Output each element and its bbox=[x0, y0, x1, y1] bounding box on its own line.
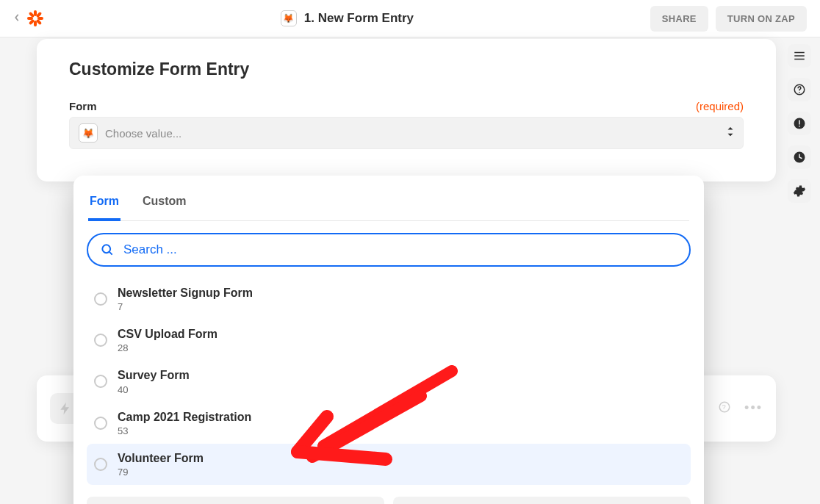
radio-icon bbox=[94, 375, 107, 388]
back-chevron-icon[interactable] bbox=[13, 12, 21, 25]
zapier-logo-icon[interactable] bbox=[26, 10, 44, 27]
svg-rect-2 bbox=[27, 17, 33, 20]
load-more-button[interactable]: LOAD MORE bbox=[87, 497, 384, 504]
radio-icon bbox=[94, 417, 107, 430]
popover-footer: LOAD MORE CLEAR bbox=[81, 492, 697, 504]
svg-text:?: ? bbox=[722, 403, 727, 411]
svg-rect-14 bbox=[799, 120, 800, 125]
option-label: CSV Upload Form bbox=[118, 327, 217, 341]
search-box[interactable] bbox=[87, 233, 691, 267]
option-label: Newsletter Signup Form bbox=[118, 286, 253, 300]
option-id: 79 bbox=[118, 467, 204, 478]
options-list: Newsletter Signup Form 7 CSV Upload Form… bbox=[81, 273, 697, 492]
option-newsletter-signup-form[interactable]: Newsletter Signup Form 7 bbox=[87, 278, 691, 320]
card-title: Customize Form Entry bbox=[69, 60, 744, 79]
tab-custom[interactable]: Custom bbox=[141, 189, 188, 221]
clear-button[interactable]: CLEAR bbox=[393, 497, 691, 504]
form-select[interactable]: 🦊 Choose value... bbox=[69, 117, 744, 149]
app-icon-small: 🦊 bbox=[79, 123, 98, 143]
option-camp-2021-registration[interactable]: Camp 2021 Registration 53 bbox=[87, 403, 691, 444]
history-icon[interactable] bbox=[788, 145, 811, 169]
svg-line-20 bbox=[109, 252, 112, 255]
step-title[interactable]: 1. New Form Entry bbox=[304, 11, 414, 26]
customize-card: Customize Form Entry Form (required) 🦊 C… bbox=[37, 39, 776, 181]
option-label: Camp 2021 Registration bbox=[118, 410, 251, 424]
right-rail bbox=[788, 44, 811, 203]
option-id: 40 bbox=[118, 384, 190, 395]
select-placeholder: Choose value... bbox=[105, 127, 181, 140]
field-label-form: Form bbox=[69, 100, 97, 112]
search-icon bbox=[100, 242, 115, 257]
svg-rect-0 bbox=[34, 10, 37, 16]
settings-gear-icon[interactable] bbox=[788, 179, 811, 203]
svg-point-12 bbox=[799, 92, 800, 93]
popover-tabs: Form Custom bbox=[81, 186, 697, 221]
form-dropdown-popover: Form Custom Newsletter Signup Form 7 CS bbox=[73, 176, 704, 504]
required-tag: (required) bbox=[696, 100, 744, 112]
top-header-center: 🦊 1. New Form Entry bbox=[281, 10, 414, 26]
top-header-left bbox=[13, 10, 44, 27]
option-label: Volunteer Form bbox=[118, 451, 204, 465]
share-button[interactable]: SHARE bbox=[650, 6, 708, 32]
alert-icon[interactable] bbox=[788, 112, 811, 135]
step-more-icon[interactable]: ••• bbox=[744, 400, 763, 417]
option-label: Survey Form bbox=[118, 368, 190, 382]
svg-rect-1 bbox=[34, 21, 37, 26]
tab-form[interactable]: Form bbox=[88, 189, 121, 221]
turn-on-zap-button[interactable]: TURN ON ZAP bbox=[716, 6, 807, 32]
top-header: 🦊 1. New Form Entry SHARE TURN ON ZAP bbox=[0, 0, 820, 37]
svg-rect-3 bbox=[37, 17, 43, 20]
option-survey-form[interactable]: Survey Form 40 bbox=[87, 361, 691, 402]
top-header-right: SHARE TURN ON ZAP bbox=[650, 6, 807, 32]
option-id: 7 bbox=[118, 301, 253, 312]
help-icon[interactable] bbox=[788, 78, 811, 101]
svg-rect-8 bbox=[794, 52, 805, 54]
svg-point-19 bbox=[102, 245, 110, 253]
option-volunteer-form[interactable]: Volunteer Form 79 bbox=[87, 444, 691, 485]
outline-panel-icon[interactable] bbox=[788, 44, 811, 68]
option-id: 53 bbox=[118, 425, 251, 436]
search-input[interactable] bbox=[123, 242, 677, 257]
radio-icon bbox=[94, 292, 107, 306]
select-caret-icon bbox=[727, 126, 734, 140]
svg-rect-15 bbox=[799, 126, 800, 127]
radio-icon bbox=[94, 334, 107, 347]
svg-rect-10 bbox=[794, 59, 805, 60]
svg-rect-9 bbox=[794, 55, 805, 57]
option-id: 28 bbox=[118, 342, 217, 353]
step-help-icon[interactable]: ? bbox=[718, 400, 731, 417]
app-icon: 🦊 bbox=[281, 10, 297, 26]
option-csv-upload-form[interactable]: CSV Upload Form 28 bbox=[87, 320, 691, 361]
radio-icon bbox=[94, 458, 107, 471]
